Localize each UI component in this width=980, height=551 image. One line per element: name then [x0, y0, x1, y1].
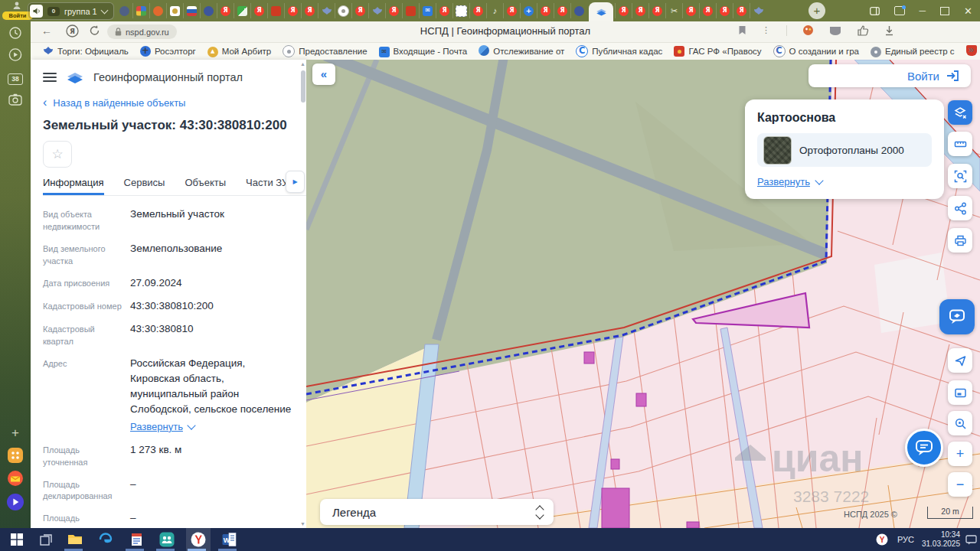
tab-group[interactable]: 0 группа 1 — [28, 2, 114, 20]
bookmark-icon[interactable] — [738, 25, 746, 35]
word-button[interactable]: W — [220, 531, 238, 548]
tab-panel-icon[interactable] — [894, 6, 905, 15]
bookmark-item[interactable]: CО создании и гра — [773, 45, 859, 57]
minimize-button[interactable]: ─ — [920, 6, 926, 15]
reactions-icon[interactable] — [857, 25, 869, 36]
tabs-scroll-right-button[interactable]: ▶ — [286, 171, 305, 193]
browser-tab[interactable] — [318, 3, 335, 18]
tab-group-name[interactable]: группа 1 — [64, 7, 97, 16]
clock[interactable]: 10:34 31.03.2025 — [920, 530, 960, 549]
browser-tab[interactable] — [335, 3, 351, 18]
maximize-button[interactable] — [940, 7, 949, 15]
browser-tab[interactable]: Я — [615, 3, 632, 18]
bookmarks-overflow[interactable]: » — [969, 44, 974, 55]
map-login-bar[interactable]: Войти — [808, 64, 971, 87]
browser-tab[interactable]: Я — [217, 3, 234, 18]
browser-tab[interactable]: Я — [351, 3, 368, 18]
bookmark-item[interactable]: ✉Входящие - Почта — [379, 46, 468, 57]
share-button[interactable] — [948, 196, 972, 220]
new-tab-button[interactable]: + — [808, 2, 825, 19]
bookmark-item[interactable]: ГАС РФ «Правосу — [674, 46, 761, 57]
browser-tab[interactable]: ✉ — [419, 3, 436, 18]
start-button[interactable] — [8, 531, 26, 548]
layers-toggle-button[interactable] — [948, 100, 972, 125]
back-icon[interactable]: ← — [41, 24, 52, 37]
browser-tab[interactable]: Я — [284, 3, 301, 18]
media-play-icon[interactable] — [8, 47, 23, 62]
zoom-in-button[interactable]: + — [948, 442, 972, 466]
chat-fab-button[interactable] — [905, 429, 943, 467]
browser-tab[interactable]: Я — [632, 3, 648, 18]
tab-counter-badge[interactable]: 38 — [8, 73, 23, 85]
tab-Информация[interactable]: Информация — [43, 172, 104, 195]
browser-tab[interactable] — [149, 3, 166, 18]
browser-tab[interactable]: ♪ — [486, 3, 503, 18]
favorite-star-button[interactable]: ☆ — [43, 141, 72, 168]
bookmark-item[interactable]: Предоставление — [283, 45, 367, 57]
address-bar[interactable]: nspd.gov.ru — [107, 24, 177, 39]
browser-tab[interactable] — [402, 3, 419, 18]
back-link[interactable]: ‹ Назад в найденные объекты — [43, 96, 297, 109]
browser-tab[interactable] — [368, 3, 385, 18]
scroll-down-icon[interactable]: ▼ — [300, 521, 305, 527]
browser-tab[interactable]: Я — [469, 3, 486, 18]
more-menu-icon[interactable]: ⋮ — [762, 25, 771, 35]
collapse-panel-button[interactable]: « — [312, 64, 335, 85]
bookmark-item[interactable]: Торги: Официаль — [43, 45, 129, 57]
bookmark-item[interactable]: +Росэлторг — [140, 46, 196, 57]
notification-center-button[interactable] — [962, 531, 980, 548]
browser-tab[interactable] — [750, 3, 766, 18]
people-app-button[interactable] — [158, 531, 176, 548]
browser-tab[interactable] — [183, 3, 200, 18]
panel-scrollbar[interactable] — [301, 70, 305, 103]
browser-tab[interactable]: + — [520, 3, 537, 18]
map-canvas[interactable]: циан 3283 7222 « Войти Картооснова Ортоф… — [306, 60, 980, 528]
browser-tab[interactable] — [116, 3, 132, 18]
panorama-button[interactable] — [939, 299, 975, 334]
tab-Части ЗУ[interactable]: Части ЗУ — [246, 172, 288, 195]
scroll-up-icon[interactable]: ▲ — [300, 61, 305, 67]
refresh-icon[interactable] — [89, 24, 100, 37]
browser-tab[interactable] — [452, 3, 469, 18]
basemap-layer-row[interactable]: Ортофотопланы 2000 — [757, 133, 932, 167]
browser-tab[interactable]: Я — [716, 3, 733, 18]
sidebar-add-icon[interactable]: + — [11, 425, 19, 441]
bookmark-item[interactable]: Единый реестр с — [871, 46, 955, 57]
browser-tab[interactable]: Я — [250, 3, 267, 18]
yandex-browser-button[interactable] — [189, 531, 207, 548]
browser-tab[interactable]: Я — [301, 3, 318, 18]
measure-ruler-button[interactable] — [948, 132, 972, 156]
browser-tab[interactable]: ✂ — [665, 3, 682, 18]
area-search-button[interactable] — [948, 164, 972, 188]
zoom-out-button[interactable]: − — [948, 472, 972, 497]
overview-map-button[interactable] — [948, 380, 972, 405]
yandex-mail-icon[interactable] — [7, 470, 24, 487]
screenshot-icon[interactable] — [8, 93, 22, 106]
edge-button[interactable] — [96, 531, 115, 548]
tab-Объекты[interactable]: Объекты — [185, 172, 226, 195]
browser-tab[interactable]: Я — [682, 3, 699, 18]
tab-audio-icon[interactable] — [30, 5, 43, 18]
browser-tab[interactable] — [267, 3, 284, 18]
print-button[interactable] — [948, 228, 972, 253]
browser-tab[interactable] — [570, 3, 587, 18]
browser-tab[interactable] — [166, 3, 183, 18]
extension-shield-icon[interactable] — [829, 26, 841, 35]
file-explorer-button[interactable] — [66, 531, 84, 548]
language-indicator[interactable]: РУС — [897, 535, 914, 544]
extension-color-icon[interactable] — [802, 24, 814, 36]
document-app-button[interactable] — [127, 531, 145, 548]
tray-app-icon[interactable]: Y — [873, 531, 891, 548]
locate-button[interactable] — [948, 348, 972, 373]
legend-toggle-icon[interactable] — [537, 507, 543, 518]
object-search-button[interactable] — [948, 411, 972, 435]
browser-tab[interactable]: Я — [648, 3, 665, 18]
bookmark-item[interactable]: ▲Мой Арбитр — [207, 45, 271, 57]
browser-tab[interactable]: Я — [554, 3, 570, 18]
active-tab[interactable] — [589, 2, 613, 21]
bookmark-item[interactable]: Отслеживание от — [479, 45, 564, 57]
alice-assistant-icon[interactable] — [6, 493, 24, 511]
yandex-services-icon[interactable] — [7, 447, 24, 464]
tab-Сервисы[interactable]: Сервисы — [124, 172, 165, 195]
browser-tab[interactable]: Я — [436, 3, 452, 18]
